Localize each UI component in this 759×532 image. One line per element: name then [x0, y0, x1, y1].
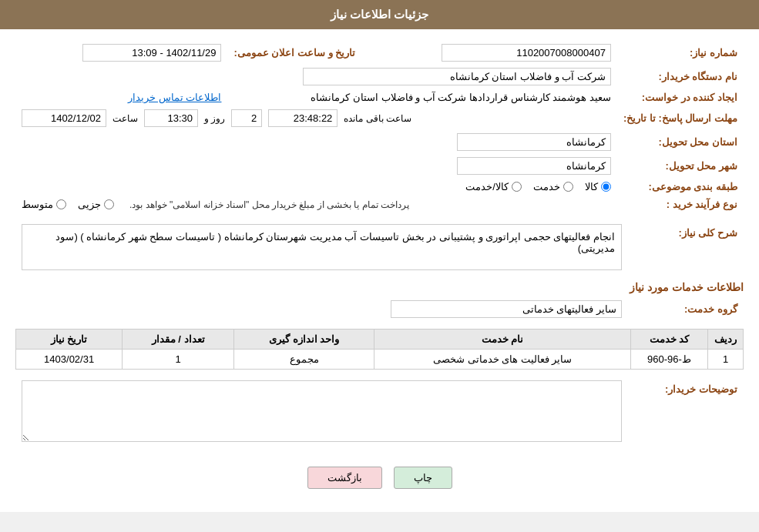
buyer-name-label: نام دستگاه خریدار:: [617, 65, 744, 89]
category-service-radio[interactable]: [563, 182, 573, 192]
creator-value: سعید هوشمند کارشناس قراردادها شرکت آب و …: [311, 92, 611, 103]
buyer-notes-label: توضیحات خریدار:: [628, 377, 744, 447]
service-group-label: گروه خدمت:: [628, 297, 744, 321]
process-label: نوع فرآیند خرید :: [617, 196, 744, 213]
process-partial-radio[interactable]: [104, 199, 114, 209]
process-medium-option[interactable]: متوسط: [22, 199, 66, 210]
city-label: شهر محل تحویل:: [617, 154, 744, 178]
cell-row: 1: [708, 350, 744, 370]
print-button[interactable]: چاپ: [394, 467, 452, 489]
col-name-header: نام خدمت: [374, 330, 631, 350]
contact-link[interactable]: اطلاعات تماس خریدار: [128, 92, 221, 103]
process-partial-option[interactable]: جزیی: [78, 199, 114, 210]
province-value: کرمانشاه: [457, 133, 611, 151]
process-note: پرداخت تمام یا بخشی از مبلغ خریدار محل "…: [129, 199, 409, 210]
city-value: کرمانشاه: [457, 157, 611, 175]
cell-unit: مجموع: [233, 350, 374, 370]
deadline-remaining-label: ساعت باقی مانده: [344, 113, 411, 124]
description-value: انجام فعالیتهای حجمی اپراتوری و پشتیبانی…: [22, 224, 622, 270]
table-row: 1 ط-96-960 سایر فعالیت های خدماتی شخصی م…: [16, 350, 744, 370]
description-section: شرح کلی نیاز: انجام فعالیتهای حجمی اپرات…: [15, 221, 744, 273]
deadline-time-label: ساعت: [113, 113, 138, 124]
category-goods-option[interactable]: کالا: [585, 181, 611, 192]
col-row-header: ردیف: [708, 330, 744, 350]
col-unit-header: واحد اندازه گیری: [233, 330, 374, 350]
deadline-remaining-value: 23:48:22: [268, 109, 338, 127]
services-table: ردیف کد خدمت نام خدمت واحد اندازه گیری ت…: [15, 329, 744, 370]
service-group-table: گروه خدمت: سایر فعالیتهای خدماتی: [15, 297, 744, 321]
process-medium-radio[interactable]: [56, 199, 66, 209]
service-group-value: سایر فعالیتهای خدماتی: [391, 300, 622, 318]
page-title: جزئیات اطلاعات نیاز: [331, 8, 428, 21]
province-label: استان محل تحویل:: [617, 130, 744, 154]
cell-name: سایر فعالیت های خدماتی شخصی: [374, 350, 631, 370]
buyer-notes-section: توضیحات خریدار:: [15, 377, 744, 447]
process-partial-label: جزیی: [78, 199, 101, 210]
page-header: جزئیات اطلاعات نیاز: [0, 0, 759, 29]
back-button[interactable]: بازگشت: [307, 467, 382, 489]
cell-code: ط-96-960: [631, 350, 708, 370]
buyer-name-value: شرکت آب و فاضلاب استان کرمانشاه: [303, 68, 611, 85]
buyer-notes-textarea[interactable]: [22, 380, 622, 442]
category-goods-service-radio[interactable]: [512, 182, 522, 192]
cell-quantity: 1: [123, 350, 234, 370]
col-code-header: کد خدمت: [631, 330, 708, 350]
deadline-days-value: 2: [231, 109, 262, 127]
process-medium-label: متوسط: [22, 199, 53, 210]
announcement-datetime-value: 1402/11/29 - 13:09: [82, 44, 221, 62]
main-form-table: شماره نیاز: 1102007008000407 تاریخ و ساع…: [15, 41, 744, 213]
category-goods-service-option[interactable]: کالا/خدمت: [465, 181, 522, 192]
need-number-label: شماره نیاز:: [617, 41, 744, 65]
category-goods-service-label: کالا/خدمت: [465, 181, 509, 192]
deadline-time-value: 13:30: [144, 109, 198, 127]
col-quantity-header: تعداد / مقدار: [123, 330, 234, 350]
deadline-date: 1402/12/02: [22, 109, 106, 127]
category-goods-label: کالا: [585, 181, 598, 192]
creator-label: ایجاد کننده در خواست:: [617, 89, 744, 106]
deadline-day-label: روز و: [204, 113, 225, 124]
category-service-option[interactable]: خدمت: [533, 181, 573, 192]
category-service-label: خدمت: [533, 181, 560, 192]
footer-buttons: چاپ بازگشت: [15, 455, 744, 500]
category-goods-radio[interactable]: [601, 182, 611, 192]
description-label: شرح کلی نیاز:: [628, 221, 744, 273]
deadline-label: مهلت ارسال پاسخ: تا تاریخ:: [617, 106, 744, 130]
cell-date: 1403/02/31: [16, 350, 123, 370]
services-section-title: اطلاعات خدمات مورد نیاز: [15, 281, 744, 293]
col-date-header: تاریخ نیاز: [16, 330, 123, 350]
announcement-datetime-label: تاریخ و ساعت اعلان عمومی:: [227, 41, 361, 65]
category-label: طبقه بندی موضوعی:: [617, 178, 744, 196]
need-number-value: 1102007008000407: [442, 44, 611, 62]
